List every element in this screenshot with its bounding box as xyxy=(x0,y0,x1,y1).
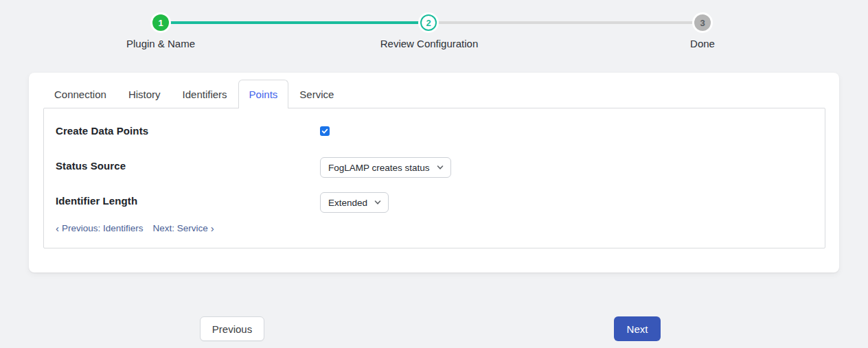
create-data-points-checkbox[interactable] xyxy=(320,126,330,136)
step-1-circle[interactable]: 1 xyxy=(152,14,169,31)
next-service-label: Next: Service xyxy=(153,223,208,233)
chevron-right-icon: › xyxy=(211,223,214,233)
identifier-length-select[interactable]: Extended xyxy=(320,192,389,213)
tab-points[interactable]: Points xyxy=(238,80,289,108)
tab-identifiers[interactable]: Identifiers xyxy=(172,80,238,108)
stepper-connector-complete xyxy=(161,21,429,24)
tab-bar: Connection History Identifiers Points Se… xyxy=(29,80,839,108)
stepper-connector-upcoming xyxy=(429,21,703,24)
identifier-length-value: Extended xyxy=(328,198,367,208)
form-row-identifier-length: Identifier Length Extended xyxy=(56,188,813,213)
tab-connection[interactable]: Connection xyxy=(43,80,117,108)
tab-history[interactable]: History xyxy=(117,80,172,108)
step-3-number: 3 xyxy=(700,18,705,28)
next-button[interactable]: Next xyxy=(614,316,661,341)
wizard-footer: Previous Next xyxy=(0,316,868,341)
status-source-label: Status Source xyxy=(56,160,320,172)
chevron-down-icon xyxy=(437,164,444,171)
identifier-length-label: Identifier Length xyxy=(56,195,320,207)
chevron-down-icon xyxy=(374,199,381,206)
status-source-select[interactable]: FogLAMP creates status xyxy=(320,157,451,178)
next-service-link[interactable]: Next: Service › xyxy=(153,223,214,233)
points-tab-panel: Create Data Points Status Source FogLAMP… xyxy=(43,108,825,248)
step-2-circle[interactable]: 2 xyxy=(420,14,437,31)
step-2-label: Review Configuration xyxy=(380,38,479,49)
step-2-number: 2 xyxy=(426,18,431,28)
tab-pager: ‹ Previous: Identifiers Next: Service › xyxy=(56,223,813,233)
checkmark-icon xyxy=(321,125,328,137)
previous-identifiers-link[interactable]: ‹ Previous: Identifiers xyxy=(56,223,144,233)
previous-button[interactable]: Previous xyxy=(200,316,264,341)
wizard-stepper: 1 2 3 Plugin & Name Review Configuration… xyxy=(0,0,868,58)
step-3-label: Done xyxy=(690,38,715,49)
step-1-number: 1 xyxy=(158,18,163,28)
form-row-status-source: Status Source FogLAMP creates status xyxy=(56,153,813,178)
tab-service[interactable]: Service xyxy=(288,80,345,108)
configuration-card: Connection History Identifiers Points Se… xyxy=(29,73,839,272)
step-3-circle[interactable]: 3 xyxy=(694,14,711,31)
step-1-label: Plugin & Name xyxy=(126,38,195,49)
status-source-value: FogLAMP creates status xyxy=(328,163,430,173)
create-data-points-label: Create Data Points xyxy=(56,125,320,137)
form-row-create-data-points: Create Data Points xyxy=(56,125,813,137)
previous-identifiers-label: Previous: Identifiers xyxy=(62,223,144,233)
chevron-left-icon: ‹ xyxy=(56,223,59,233)
